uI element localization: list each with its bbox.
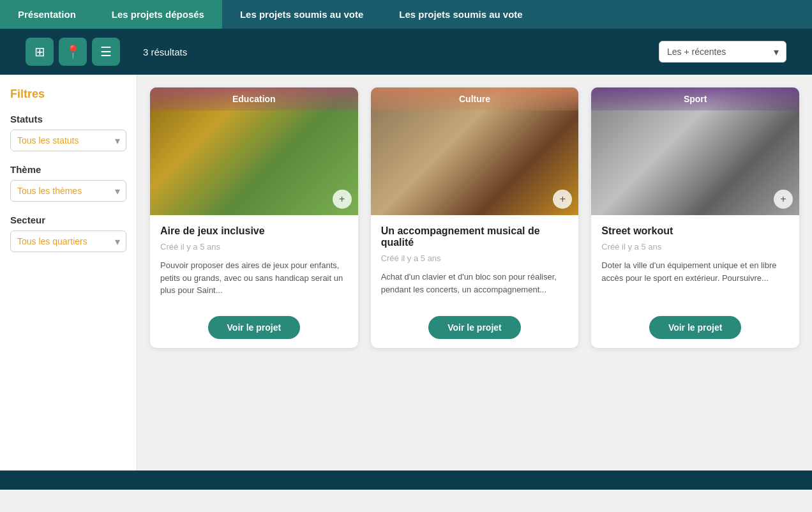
results-count: 3 résultats	[143, 47, 649, 57]
filter-theme-label: Thème	[10, 164, 126, 175]
list-view-button[interactable]: ☰	[92, 38, 120, 66]
nav-tab-projets-vote-1[interactable]: Les projets soumis au vote	[222, 0, 381, 29]
filter-statuts-select[interactable]: Tous les statutsEn coursTerminéAcceptéRe…	[10, 130, 126, 151]
filter-theme-select[interactable]: Tous les thèmesEducationCultureSportEnvi…	[10, 180, 126, 202]
top-navigation: PrésentationLes projets déposésLes proje…	[0, 0, 812, 29]
card-title: Aire de jeux inclusive	[160, 225, 348, 237]
project-card: Sport + Street workout Créé il y a 5 ans…	[591, 87, 799, 348]
card-body: Aire de jeux inclusive Créé il y a 5 ans…	[150, 215, 358, 307]
card-title: Street workout	[601, 225, 789, 237]
card-image-wrapper: Education +	[150, 87, 358, 215]
card-title: Un accompagnement musical de qualité	[381, 225, 569, 248]
grid-view-button[interactable]: ⊞	[26, 38, 54, 66]
card-body: Street workout Créé il y a 5 ans Doter l…	[591, 215, 799, 307]
card-date: Créé il y a 5 ans	[160, 242, 348, 252]
zoom-button[interactable]: +	[774, 190, 793, 209]
footer-bar	[0, 471, 812, 490]
zoom-button[interactable]: +	[333, 190, 352, 209]
toolbar: ⊞ 📍 ☰ 3 résultats Les + récentesLes + an…	[0, 29, 812, 75]
sort-wrapper: Les + récentesLes + anciennesOrdre alpha…	[659, 41, 786, 63]
card-body: Un accompagnement musical de qualité Cré…	[371, 215, 579, 307]
filter-statuts-wrapper: Tous les statutsEn coursTerminéAcceptéRe…	[10, 130, 126, 151]
projects-grid: Education + Aire de jeux inclusive Créé …	[150, 87, 799, 348]
filter-statuts: Statuts Tous les statutsEn coursTerminéA…	[10, 114, 126, 151]
card-footer: Voir le projet	[591, 307, 799, 348]
card-footer: Voir le projet	[150, 307, 358, 348]
map-view-button[interactable]: 📍	[59, 38, 87, 66]
nav-tab-projets-vote-2[interactable]: Les projets soumis au vote	[381, 0, 540, 29]
voir-projet-button[interactable]: Voir le projet	[208, 316, 301, 339]
card-date: Créé il y a 5 ans	[381, 253, 569, 263]
voir-projet-button[interactable]: Voir le projet	[649, 316, 742, 339]
view-icons: ⊞ 📍 ☰	[26, 38, 120, 66]
filter-statuts-label: Statuts	[10, 114, 126, 124]
project-card: Culture + Un accompagnement musical de q…	[371, 87, 579, 348]
nav-tab-projets-deposes[interactable]: Les projets déposés	[94, 0, 222, 29]
main-layout: Filtres Statuts Tous les statutsEn cours…	[0, 75, 812, 471]
projects-area: Education + Aire de jeux inclusive Créé …	[137, 75, 812, 471]
filter-secteur-wrapper: Tous les quartiersCentreNordSudEstOuest	[10, 230, 126, 252]
card-image-wrapper: Culture +	[371, 87, 579, 215]
card-image-wrapper: Sport +	[591, 87, 799, 215]
card-date: Créé il y a 5 ans	[601, 242, 789, 252]
filter-theme-wrapper: Tous les thèmesEducationCultureSportEnvi…	[10, 180, 126, 202]
filter-secteur: Secteur Tous les quartiersCentreNordSudE…	[10, 215, 126, 252]
card-category-banner: Education	[150, 87, 358, 110]
project-card: Education + Aire de jeux inclusive Créé …	[150, 87, 358, 348]
sidebar-title: Filtres	[10, 87, 126, 101]
card-category-banner: Culture	[371, 87, 579, 110]
card-category-banner: Sport	[591, 87, 799, 110]
filter-secteur-label: Secteur	[10, 215, 126, 225]
sort-select[interactable]: Les + récentesLes + anciennesOrdre alpha…	[659, 41, 786, 63]
card-description: Doter la ville d'un équipement unique et…	[601, 259, 789, 297]
card-description: Achat d'un clavier et d'un bloc son pour…	[381, 271, 569, 297]
sidebar: Filtres Statuts Tous les statutsEn cours…	[0, 75, 137, 471]
card-description: Pouvoir proposer des aires de jeux pour …	[160, 259, 348, 297]
nav-tab-presentation[interactable]: Présentation	[0, 0, 94, 29]
filter-theme: Thème Tous les thèmesEducationCultureSpo…	[10, 164, 126, 202]
filter-secteur-select[interactable]: Tous les quartiersCentreNordSudEstOuest	[10, 230, 126, 252]
card-footer: Voir le projet	[371, 307, 579, 348]
voir-projet-button[interactable]: Voir le projet	[428, 316, 521, 339]
